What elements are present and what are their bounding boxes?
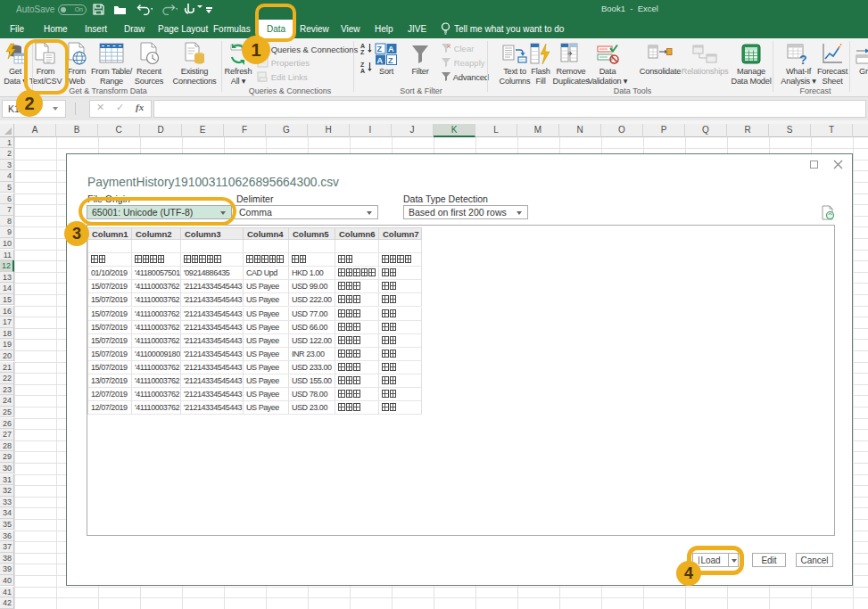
svg-text:Z: Z [388,56,393,65]
svg-text:A: A [360,43,365,49]
svg-text:A: A [377,56,384,65]
svg-text:Z: Z [377,45,383,53]
svg-text:?: ? [799,53,806,66]
svg-text:A: A [360,68,365,73]
svg-text:Z: Z [360,49,365,54]
svg-text:A: A [388,45,394,53]
svg-text:Z: Z [360,62,365,68]
